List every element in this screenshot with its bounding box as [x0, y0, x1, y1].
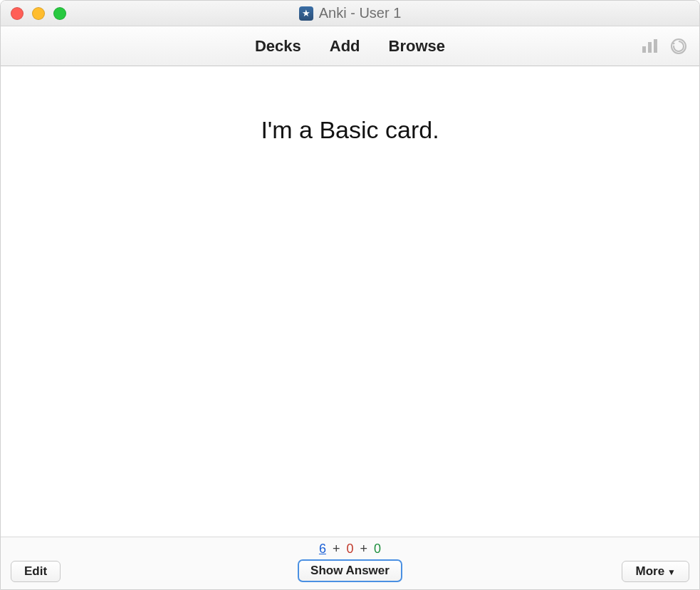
stats-icon[interactable] — [639, 37, 661, 56]
more-button[interactable]: More▼ — [622, 561, 689, 582]
toolbar-right — [639, 37, 689, 56]
toolbar: Decks Add Browse — [1, 26, 699, 66]
more-button-label: More — [635, 564, 664, 578]
window-controls — [11, 7, 66, 20]
svg-rect-1 — [648, 42, 652, 53]
decks-menu-item[interactable]: Decks — [255, 37, 301, 56]
svg-rect-2 — [654, 39, 657, 53]
app-icon: ★ — [299, 6, 313, 21]
edit-button[interactable]: Edit — [11, 561, 61, 582]
window-title-group: ★ Anki - User 1 — [299, 5, 402, 21]
browse-menu-item[interactable]: Browse — [389, 37, 445, 56]
count-learning: 0 — [346, 542, 353, 556]
svg-rect-0 — [642, 46, 646, 53]
bottom-bar: 6 + 0 + 0 Show Answer Edit More▼ — [1, 537, 699, 589]
toolbar-menu: Decks Add Browse — [255, 37, 445, 56]
count-due: 0 — [374, 542, 381, 556]
count-separator: + — [333, 542, 340, 556]
app-window: ★ Anki - User 1 Decks Add Browse — [0, 0, 700, 590]
card-area: I'm a Basic card. — [1, 66, 699, 537]
close-window-button[interactable] — [11, 7, 23, 20]
count-new: 6 — [319, 542, 326, 556]
window-title: Anki - User 1 — [319, 5, 402, 21]
chevron-down-icon: ▼ — [667, 567, 676, 577]
minimize-window-button[interactable] — [32, 7, 45, 20]
titlebar: ★ Anki - User 1 — [1, 1, 699, 26]
card-counts: 6 + 0 + 0 — [319, 542, 381, 557]
count-separator: + — [360, 542, 368, 556]
sync-icon[interactable] — [668, 37, 689, 56]
add-menu-item[interactable]: Add — [330, 37, 360, 56]
show-answer-button[interactable]: Show Answer — [298, 559, 402, 582]
zoom-window-button[interactable] — [53, 7, 66, 20]
card-front-text: I'm a Basic card. — [261, 116, 439, 537]
